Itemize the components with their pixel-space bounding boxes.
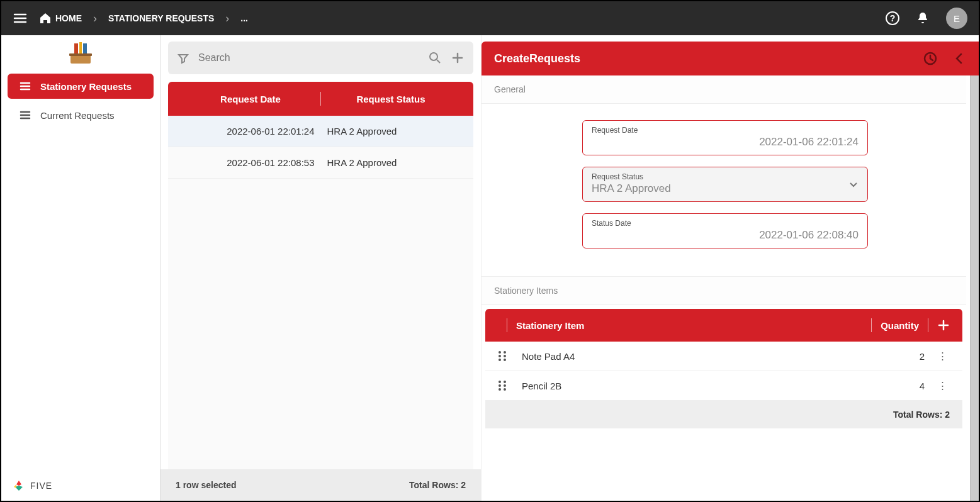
add-icon[interactable] (451, 51, 465, 65)
back-arrow-icon[interactable] (952, 52, 966, 65)
detail-header: CreateRequests (482, 42, 979, 75)
chevron-right-icon: › (225, 12, 229, 25)
field-value: 2022-01-06 22:08:40 (592, 229, 859, 242)
svg-point-9 (498, 351, 501, 354)
svg-point-7 (430, 53, 437, 60)
item-qty: 2 (897, 351, 935, 362)
sidebar-item-label: Stationery Requests (40, 81, 132, 92)
add-item-icon[interactable] (937, 319, 950, 332)
breadcrumb-overflow-label: ... (240, 13, 248, 23)
section-general-title: General (482, 75, 966, 104)
request-date-field[interactable]: Request Date 2022-01-06 22:01:24 (582, 120, 868, 155)
avatar-initial: E (954, 13, 960, 24)
svg-rect-4 (74, 43, 78, 53)
item-qty: 4 (897, 381, 935, 391)
brand-text: FIVE (30, 481, 52, 491)
chevron-down-icon (848, 179, 859, 189)
svg-rect-3 (69, 53, 92, 56)
breadcrumb-stationery-label: STATIONERY REQUESTS (108, 13, 214, 23)
scrollbar[interactable] (970, 75, 979, 501)
drag-handle-icon[interactable] (498, 350, 507, 362)
field-label: Status Date (592, 219, 859, 228)
svg-point-10 (504, 351, 506, 354)
detail-title: CreateRequests (494, 52, 580, 65)
help-icon[interactable]: ? (886, 11, 899, 25)
bell-icon[interactable] (916, 11, 930, 25)
breadcrumb-home-label: HOME (55, 13, 82, 23)
app-logo (1, 35, 160, 72)
list-col-status[interactable]: Request Status (321, 94, 461, 104)
general-form: Request Date 2022-01-06 22:01:24 Request… (482, 104, 966, 277)
kebab-icon[interactable]: ⋮ (935, 380, 950, 391)
svg-rect-2 (70, 55, 91, 64)
list-row[interactable]: 2022-06-01 22:01:24 HRA 2 Approved (168, 116, 473, 147)
cell-date: 2022-06-01 22:01:24 (181, 126, 327, 137)
request-status-field[interactable]: Request Status HRA 2 Approved (582, 167, 868, 202)
search-input[interactable] (198, 52, 419, 64)
drag-handle-icon[interactable] (498, 380, 507, 391)
breadcrumb-home[interactable]: HOME (39, 12, 82, 25)
sidebar: Stationery Requests Current Requests FIV… (1, 35, 161, 501)
cell-status: HRA 2 Approved (327, 157, 461, 168)
svg-text:?: ? (890, 13, 896, 23)
sidebar-item-stationery-requests[interactable]: Stationery Requests (8, 74, 154, 99)
field-label: Request Date (592, 126, 859, 135)
kebab-icon[interactable]: ⋮ (935, 350, 950, 362)
cell-date: 2022-06-01 22:08:53 (181, 157, 327, 168)
history-icon[interactable] (923, 52, 937, 65)
sidebar-item-label: Current Requests (40, 110, 115, 121)
status-date-field[interactable]: Status Date 2022-01-06 22:08:40 (582, 213, 868, 248)
section-items-title: Stationery Items (482, 277, 966, 305)
field-value: HRA 2 Approved (592, 182, 859, 195)
sidebar-item-current-requests[interactable]: Current Requests (8, 103, 154, 128)
filter-icon[interactable] (177, 52, 189, 64)
svg-point-16 (504, 381, 506, 383)
items-footer: Total Rows: 2 (485, 401, 962, 428)
list-footer: 1 row selected Total Rows: 2 (161, 469, 481, 501)
brand-logo-icon (13, 479, 25, 492)
field-label: Request Status (592, 172, 859, 181)
search-bar (168, 42, 473, 74)
item-name: Note Pad A4 (522, 351, 897, 362)
svg-rect-6 (83, 43, 87, 53)
list-footer-selected: 1 row selected (176, 480, 237, 490)
list-body: 2022-06-01 22:01:24 HRA 2 Approved 2022-… (168, 116, 473, 469)
items-col-item[interactable]: Stationery Item (516, 320, 584, 331)
svg-point-20 (504, 388, 506, 391)
items-header: Stationery Item Quantity (485, 309, 962, 342)
list-panel: Request Date Request Status 2022-06-01 2… (161, 35, 482, 501)
svg-point-11 (498, 355, 501, 357)
avatar[interactable]: E (946, 8, 967, 29)
brand-footer: FIVE (1, 471, 160, 501)
svg-point-14 (504, 359, 506, 361)
item-name: Pencil 2B (522, 381, 897, 391)
hamburger-icon[interactable] (13, 11, 28, 26)
cell-status: HRA 2 Approved (327, 126, 461, 137)
list-footer-total: Total Rows: 2 (409, 480, 466, 490)
breadcrumb-stationery[interactable]: STATIONERY REQUESTS (108, 13, 214, 23)
svg-point-17 (498, 384, 501, 387)
detail-panel: CreateRequests General Request Date 2022… (482, 42, 979, 501)
svg-point-18 (504, 384, 506, 387)
search-icon[interactable] (428, 51, 442, 65)
svg-point-19 (498, 388, 501, 391)
topbar: HOME › STATIONERY REQUESTS › ... ? E (1, 1, 979, 35)
svg-point-13 (498, 359, 501, 361)
breadcrumb-overflow[interactable]: ... (240, 13, 248, 23)
list-header: Request Date Request Status (168, 82, 473, 116)
item-row[interactable]: Note Pad A4 2 ⋮ (485, 342, 962, 371)
svg-rect-5 (79, 42, 82, 53)
svg-point-12 (504, 355, 506, 357)
list-col-date[interactable]: Request Date (181, 94, 320, 104)
item-row[interactable]: Pencil 2B 4 ⋮ (485, 371, 962, 401)
svg-point-15 (498, 381, 501, 383)
items-col-qty[interactable]: Quantity (881, 320, 919, 331)
chevron-right-icon: › (93, 12, 97, 25)
field-value: 2022-01-06 22:01:24 (592, 136, 859, 148)
list-row[interactable]: 2022-06-01 22:08:53 HRA 2 Approved (168, 147, 473, 179)
